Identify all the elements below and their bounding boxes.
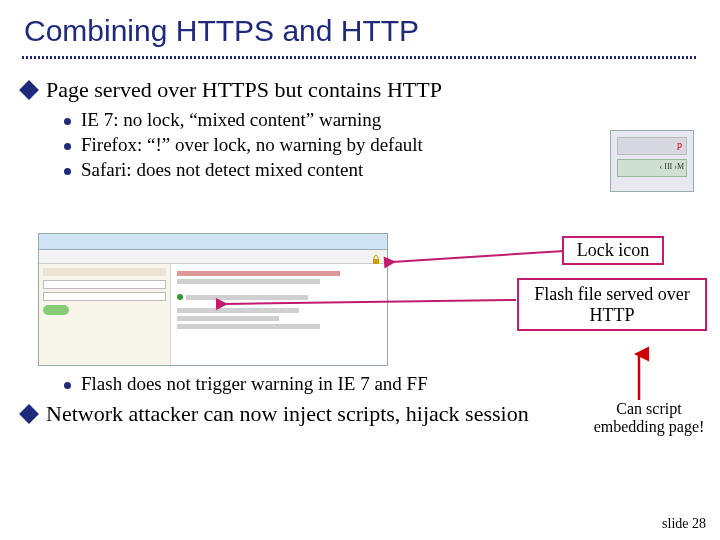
thumb-a-m: ‹ III ›M <box>660 162 684 171</box>
slide-title: Combining HTTPS and HTTP <box>0 0 720 56</box>
dot-bullet-icon <box>64 168 71 175</box>
dot-bullet-icon <box>64 382 71 389</box>
firefox-status-thumb: p ‹ III ›M <box>610 130 694 192</box>
sub-bullet-4: Flash does not trigger warning in IE 7 a… <box>64 373 698 395</box>
slide-number: slide 28 <box>662 516 706 532</box>
sub-bullet-1: IE 7: no lock, “mixed content” warning <box>64 109 698 131</box>
bullet-1: Page served over HTTPS but contains HTTP <box>22 77 698 103</box>
sub-bullet-3-text: Safari: does not detect mixed content <box>81 159 363 181</box>
sub-bullet-3: Safari: does not detect mixed content <box>64 159 698 181</box>
dot-bullet-icon <box>64 143 71 150</box>
arrow-to-flash <box>220 296 520 320</box>
thumb-a-p: p <box>677 139 682 150</box>
bullet-2-text: Network attacker can now inject scripts,… <box>46 401 529 427</box>
sub-bullet-4-text: Flash does not trigger warning in IE 7 a… <box>81 373 428 395</box>
diamond-bullet-icon <box>19 80 39 100</box>
arrow-to-lock <box>388 244 568 268</box>
lock-icon <box>371 251 381 261</box>
diamond-bullet-icon <box>19 404 39 424</box>
callout-flash-http: Flash file served over HTTP <box>517 278 707 331</box>
dot-bullet-icon <box>64 118 71 125</box>
bullet-1-text: Page served over HTTPS but contains HTTP <box>46 77 442 103</box>
sub-bullet-1-text: IE 7: no lock, “mixed content” warning <box>81 109 381 131</box>
title-rule <box>22 56 698 59</box>
svg-line-2 <box>224 300 516 304</box>
bullet-2: Network attacker can now inject scripts,… <box>22 401 552 427</box>
callout-lock-icon: Lock icon <box>562 236 664 265</box>
sub-bullet-2: Firefox: “!” over lock, no warning by de… <box>64 134 698 156</box>
sub-bullet-2-text: Firefox: “!” over lock, no warning by de… <box>81 134 423 156</box>
svg-line-1 <box>392 251 564 262</box>
svg-rect-0 <box>373 259 379 264</box>
callout-can-script: Can script embedding page! <box>585 400 713 437</box>
